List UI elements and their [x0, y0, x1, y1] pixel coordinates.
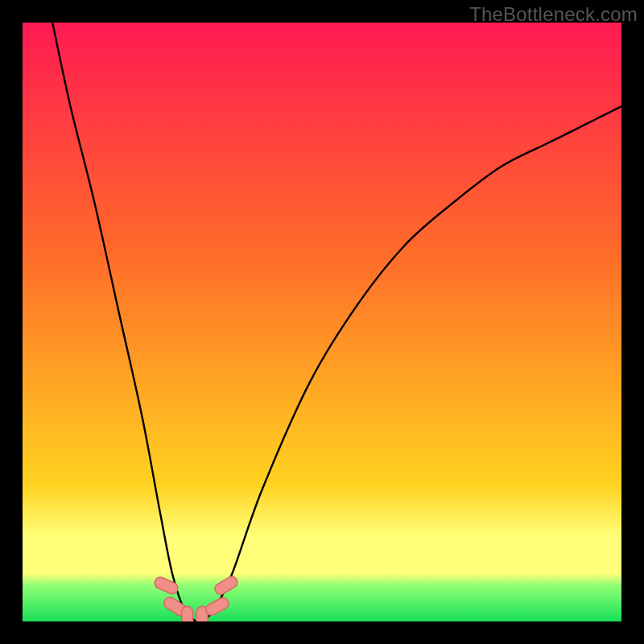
plot-area — [23, 23, 621, 621]
chart-frame: TheBottleneck.com — [0, 0, 644, 644]
svg-rect-2 — [182, 606, 193, 621]
curve-marker — [182, 606, 193, 621]
chart-svg — [23, 23, 621, 621]
gradient-bg — [23, 23, 621, 621]
